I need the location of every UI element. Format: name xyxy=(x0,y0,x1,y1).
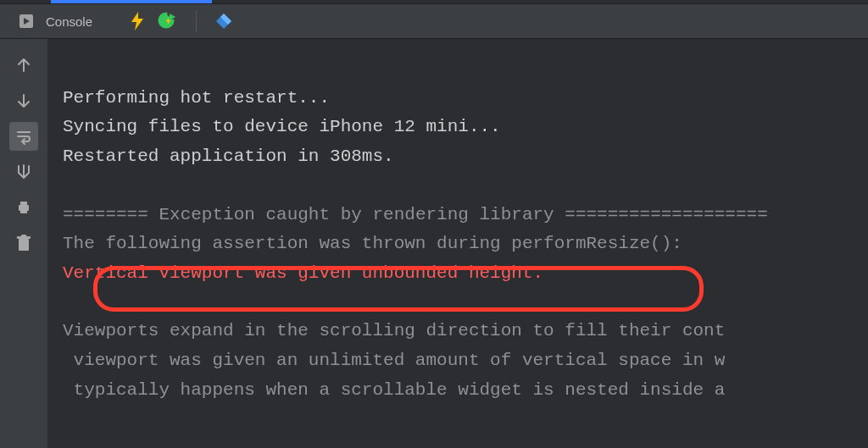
console-gutter xyxy=(0,39,47,448)
svg-rect-10 xyxy=(21,235,26,237)
scroll-to-end-icon[interactable] xyxy=(9,158,38,186)
svg-rect-7 xyxy=(20,209,27,213)
exception-rule: =================== xyxy=(565,205,767,224)
svg-rect-6 xyxy=(20,202,27,205)
blank-line xyxy=(63,172,868,201)
active-tab-indicator xyxy=(0,0,868,3)
flutter-hot-reload-icon[interactable] xyxy=(130,12,145,30)
console-tab-label[interactable]: Console xyxy=(46,14,92,29)
log-line: Syncing files to device iPhone 12 mini..… xyxy=(63,117,501,136)
up-stack-icon[interactable] xyxy=(9,51,38,80)
explain-line: viewport was given an unlimited amount o… xyxy=(63,351,725,370)
toolbar-separator xyxy=(196,10,197,32)
clear-all-icon[interactable] xyxy=(9,229,38,257)
console-toolbar: Console xyxy=(0,3,868,39)
exception-title: Exception caught by rendering library xyxy=(148,205,565,224)
console-tab-icon[interactable] xyxy=(19,14,34,29)
svg-rect-8 xyxy=(19,239,29,251)
soft-wrap-icon[interactable] xyxy=(9,122,38,151)
error-line: Vertical viewport was given unbounded he… xyxy=(63,263,543,283)
assertion-line: The following assertion was thrown durin… xyxy=(63,234,682,253)
log-line: Performing hot restart... xyxy=(63,88,330,108)
flutter-hot-restart-icon[interactable] xyxy=(157,12,177,30)
console-output[interactable]: Performing hot restart... Syncing files … xyxy=(47,39,868,448)
down-stack-icon[interactable] xyxy=(9,86,38,115)
blank-line xyxy=(63,288,868,317)
exception-rule: ======== xyxy=(63,205,148,224)
log-line: Restarted application in 308ms. xyxy=(63,147,394,166)
dart-devtools-icon[interactable] xyxy=(215,13,232,30)
explain-line: Viewports expand in the scrolling direct… xyxy=(63,321,725,340)
print-icon[interactable] xyxy=(9,193,38,222)
explain-line: typically happens when a scrollable widg… xyxy=(63,380,725,400)
